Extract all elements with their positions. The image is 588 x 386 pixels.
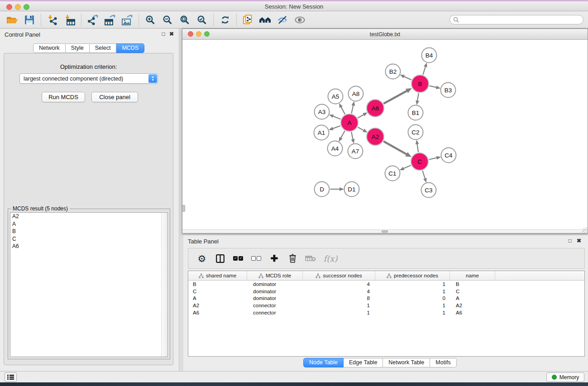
- network-horizontal-scrollbar-thumb[interactable]: [382, 230, 388, 233]
- table-row[interactable]: A2 connector 1 1 A2: [188, 302, 584, 309]
- search-input[interactable]: [459, 16, 583, 24]
- search-field[interactable]: [449, 15, 583, 24]
- graph-edge-B-B1[interactable]: [417, 93, 419, 101]
- refresh-view-button[interactable]: [216, 13, 234, 27]
- graph-edge-A-A8[interactable]: [351, 105, 353, 114]
- deselect-all-rows-button[interactable]: [247, 250, 265, 267]
- clone-network-button[interactable]: [239, 13, 257, 27]
- tab-node-table[interactable]: Node Table: [303, 358, 344, 367]
- show-panels-button[interactable]: [291, 13, 308, 27]
- result-list-scrollbar[interactable]: [161, 213, 167, 357]
- task-history-button[interactable]: [5, 372, 17, 382]
- zoom-fit-button[interactable]: [176, 13, 193, 27]
- graph-node-B1[interactable]: B1: [408, 105, 423, 120]
- tab-motifs[interactable]: Motifs: [430, 358, 456, 367]
- graph-node-A[interactable]: A: [341, 114, 358, 131]
- export-image-button[interactable]: [119, 13, 136, 27]
- tab-select[interactable]: Select: [90, 43, 117, 53]
- import-table-button[interactable]: [61, 13, 78, 27]
- graph-node-A3[interactable]: A3: [315, 105, 330, 119]
- graph-node-C2[interactable]: C2: [408, 125, 423, 140]
- graph-edge-A-A5[interactable]: [341, 107, 345, 114]
- column-header-successor-nodes[interactable]: successor nodes: [303, 271, 375, 280]
- graph-node-A5[interactable]: A5: [328, 89, 343, 104]
- export-network-button[interactable]: [84, 13, 101, 27]
- float-panel-icon[interactable]: □: [160, 31, 167, 37]
- graph-node-C[interactable]: C: [411, 153, 428, 170]
- tab-network-table[interactable]: Network Table: [383, 358, 430, 367]
- tab-edge-table[interactable]: Edge Table: [344, 358, 383, 367]
- delete-table-button[interactable]: [301, 250, 320, 267]
- graph-node-A1[interactable]: A1: [314, 125, 329, 140]
- graph-edge-C-C1[interactable]: [403, 165, 411, 168]
- tab-network[interactable]: Network: [33, 43, 66, 53]
- table-row[interactable]: A6 connector 1 1 A6: [188, 309, 584, 316]
- hide-panels-button[interactable]: [274, 13, 291, 27]
- graph-node-A2[interactable]: A2: [367, 128, 384, 145]
- graph-edge-A-A4[interactable]: [341, 131, 345, 138]
- graph-edge-C-C3[interactable]: [422, 171, 425, 179]
- graph-node-A4[interactable]: A4: [328, 141, 343, 156]
- network-horizontal-scrollbar[interactable]: [182, 229, 588, 233]
- show-columns-button[interactable]: [211, 250, 229, 267]
- close-panel-icon[interactable]: ✖: [168, 31, 175, 37]
- apply-function-button[interactable]: f(x): [320, 250, 341, 267]
- graph-edge-C-C4[interactable]: [429, 158, 437, 160]
- graph-node-B2[interactable]: B2: [386, 64, 401, 79]
- tab-style[interactable]: Style: [66, 43, 90, 53]
- zoom-selected-button[interactable]: [193, 13, 210, 27]
- graph-edge-A-A3[interactable]: [333, 116, 341, 119]
- select-all-rows-button[interactable]: ✓ ✓: [229, 250, 247, 267]
- column-header-shared-name[interactable]: shared name: [188, 271, 247, 280]
- memory-button[interactable]: Memory: [546, 372, 584, 382]
- graph-edge-A-A2[interactable]: [358, 127, 363, 130]
- graph-node-B[interactable]: B: [411, 75, 429, 92]
- import-network-button[interactable]: [44, 13, 61, 27]
- graph-edge-A-A6[interactable]: [358, 114, 363, 118]
- tab-mcds[interactable]: MCDS: [116, 43, 144, 53]
- resize-grip-icon[interactable]: [582, 228, 588, 233]
- graph-edge-A2-C[interactable]: [383, 141, 406, 154]
- graph-edge-A-A1[interactable]: [333, 126, 340, 129]
- create-column-button[interactable]: ✚: [265, 250, 283, 267]
- close-table-panel-icon[interactable]: ✖: [575, 238, 583, 244]
- graph-edge-C-C2[interactable]: [417, 144, 418, 152]
- table-row[interactable]: B dominator 4 1 B: [188, 281, 584, 288]
- list-item[interactable]: C: [10, 235, 167, 243]
- graph-edge-A-A7[interactable]: [351, 132, 353, 139]
- list-item[interactable]: B: [10, 228, 167, 235]
- zoom-out-button[interactable]: [159, 13, 176, 27]
- column-header-predecessor-nodes[interactable]: predecessor nodes: [375, 271, 450, 280]
- graph-edge-B-B4[interactable]: [423, 67, 425, 75]
- graph-node-A6[interactable]: A6: [367, 100, 384, 117]
- network-graph[interactable]: A5A8A3A1A4A7AA6A2BB2B4B3B1CC2C4C1C3DD1: [182, 40, 588, 230]
- graph-edge-A6-B[interactable]: [383, 91, 407, 104]
- list-item[interactable]: A6: [10, 243, 167, 250]
- table-settings-button[interactable]: ⚙: [193, 250, 211, 267]
- save-session-button[interactable]: [21, 13, 38, 27]
- open-session-button[interactable]: [4, 13, 21, 27]
- graph-node-D1[interactable]: D1: [344, 182, 359, 197]
- criterion-dropdown[interactable]: largest connected component (directed) ▲…: [19, 73, 158, 84]
- list-item[interactable]: A: [10, 220, 167, 228]
- table-row[interactable]: A dominator 8 0 A: [188, 295, 584, 302]
- network-canvas[interactable]: A5A8A3A1A4A7AA6A2BB2B4B3B1CC2C4C1C3DD1: [182, 40, 588, 230]
- delete-column-button[interactable]: [283, 250, 301, 267]
- graph-node-D[interactable]: D: [315, 182, 330, 197]
- run-mcds-button[interactable]: Run MCDS: [42, 92, 85, 102]
- export-table-button[interactable]: [101, 13, 119, 27]
- table-row[interactable]: C dominator 4 1 C: [188, 288, 584, 295]
- graph-edge-B-B3[interactable]: [429, 86, 436, 88]
- graph-node-A7[interactable]: A7: [348, 144, 363, 159]
- float-table-panel-icon[interactable]: □: [566, 238, 574, 244]
- graph-node-B4[interactable]: B4: [422, 48, 437, 63]
- zoom-in-button[interactable]: [142, 13, 159, 27]
- graph-edge-B-B2[interactable]: [404, 76, 411, 80]
- graph-node-A8[interactable]: A8: [349, 86, 363, 101]
- graph-node-C1[interactable]: C1: [385, 166, 400, 181]
- graph-node-C3[interactable]: C3: [421, 183, 436, 198]
- home-layout-button[interactable]: [257, 13, 274, 27]
- graph-node-B3[interactable]: B3: [441, 83, 456, 98]
- list-item[interactable]: A2: [10, 213, 167, 220]
- graph-node-C4[interactable]: C4: [441, 148, 456, 163]
